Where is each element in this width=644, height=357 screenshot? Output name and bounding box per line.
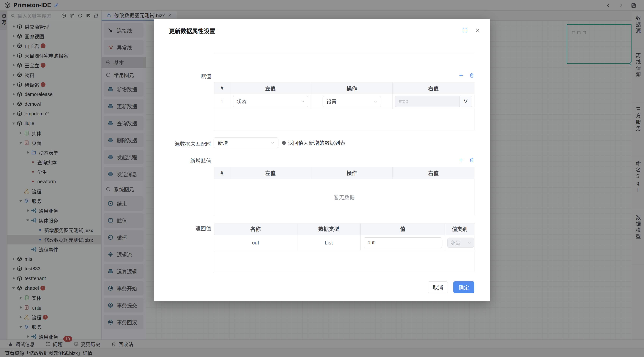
return-value-input[interactable]: out <box>364 238 442 248</box>
value-category-select[interactable]: 变量 <box>448 238 474 248</box>
return-name: out <box>214 235 297 251</box>
column-header: 数据类型 <box>297 223 360 235</box>
column-header: 右值 <box>392 167 474 179</box>
return-type: List <box>297 235 360 251</box>
column-header: # <box>214 167 230 179</box>
cancel-button[interactable]: 取消 <box>428 281 448 293</box>
return-section-label: 返回值 <box>154 224 211 232</box>
unmatched-row: 新增 i 返回值为新增的数据列表 <box>214 137 345 148</box>
info-icon: i <box>282 140 286 145</box>
return-value-cell: out <box>360 235 445 251</box>
column-header: 操作 <box>311 167 392 179</box>
dialog-close-icon[interactable] <box>474 27 480 33</box>
dialog-footer: 取消 确定 <box>154 281 490 293</box>
column-header: 操作 <box>311 82 392 94</box>
left-value-cell: 状态 <box>230 94 311 109</box>
column-header: # <box>214 82 230 94</box>
dialog-maximize-icon[interactable] <box>462 27 468 33</box>
chevron-down-icon <box>300 99 305 104</box>
dialog-title: 更新数据属性设置 <box>169 26 215 35</box>
dialog-divider <box>214 53 474 53</box>
column-header: 左值 <box>230 167 311 179</box>
add-assign-section-label: 新增赋值 <box>154 157 211 164</box>
right-value-cell: stopV <box>392 94 474 109</box>
add-assign-table: #左值操作右值暂无数据 <box>214 167 474 216</box>
assign-delete-row-icon[interactable] <box>469 73 474 78</box>
variable-picker-button[interactable]: V <box>459 96 472 107</box>
operation-cell: 设置 <box>311 94 392 109</box>
table-empty-space <box>214 251 474 272</box>
left-value-select[interactable]: 状态 <box>233 96 308 107</box>
chevron-down-icon <box>270 140 275 145</box>
update-data-properties-dialog: 更新数据属性设置 赋值 #左值操作右值1状态设置stopV 源数据未匹配时 新增… <box>154 19 490 301</box>
empty-data-text: 暂无数据 <box>214 179 474 215</box>
return-row: outListout变量 <box>214 235 474 251</box>
right-value-input[interactable]: stop <box>395 96 459 107</box>
assign-add-row-icon[interactable] <box>458 73 464 78</box>
column-header: 左值 <box>230 82 311 94</box>
column-header: 右值 <box>392 82 474 94</box>
table-empty-space <box>214 109 474 130</box>
assign-row: 1状态设置stopV <box>214 94 474 109</box>
app-window: Primeton-IDE 资源 输入关键字搜索 AIEn文 供应商管理画廊视图山… <box>0 0 644 357</box>
column-header: 值 <box>360 223 445 235</box>
ok-button[interactable]: 确定 <box>453 281 474 293</box>
column-header: 值类别 <box>445 223 474 235</box>
add-assign-delete-row-icon[interactable] <box>469 157 474 163</box>
assign-table: #左值操作右值1状态设置stopV <box>214 82 474 130</box>
add-assign-add-row-icon[interactable] <box>458 157 464 163</box>
row-index: 1 <box>214 94 230 109</box>
unmatched-hint: i 返回值为新增的数据列表 <box>282 139 345 146</box>
assign-section-label: 赋值 <box>154 72 211 80</box>
assign-table-actions <box>214 73 474 78</box>
chevron-down-icon <box>467 240 472 245</box>
chevron-down-icon <box>373 99 378 104</box>
unmatched-select[interactable]: 新增 <box>214 137 278 148</box>
value-category-cell: 变量 <box>445 235 476 251</box>
operation-select[interactable]: 设置 <box>322 96 381 107</box>
add-assign-table-actions <box>214 157 474 163</box>
column-header: 名称 <box>214 223 297 235</box>
unmatched-label: 源数据未匹配时 <box>154 140 211 148</box>
return-table: 名称数据类型值值类别outListout变量 <box>214 223 474 272</box>
